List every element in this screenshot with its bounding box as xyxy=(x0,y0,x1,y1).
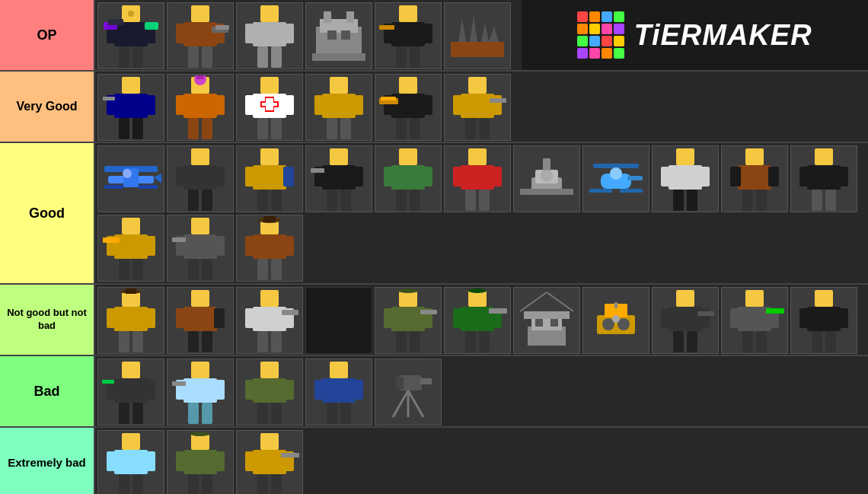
svg-rect-46 xyxy=(145,95,155,115)
list-item xyxy=(236,145,303,212)
svg-rect-209 xyxy=(453,308,464,328)
list-item xyxy=(790,145,857,212)
list-item xyxy=(305,74,372,141)
svg-rect-190 xyxy=(188,331,199,352)
svg-rect-229 xyxy=(669,307,702,331)
svg-rect-162 xyxy=(103,237,120,243)
svg-rect-49 xyxy=(103,97,115,100)
svg-rect-103 xyxy=(253,165,286,190)
list-item xyxy=(721,287,788,354)
svg-rect-196 xyxy=(257,331,268,352)
svg-rect-130 xyxy=(520,189,573,195)
svg-rect-276 xyxy=(420,378,432,384)
tier-row-bad: Bad xyxy=(0,356,868,428)
svg-rect-194 xyxy=(245,308,256,328)
svg-rect-26 xyxy=(324,11,331,23)
svg-rect-217 xyxy=(524,311,570,319)
svg-rect-43 xyxy=(122,77,140,94)
svg-rect-219 xyxy=(550,319,558,327)
list-item xyxy=(97,74,164,141)
list-item xyxy=(375,287,442,354)
svg-point-95 xyxy=(123,169,132,178)
svg-rect-77 xyxy=(422,95,432,115)
svg-rect-97 xyxy=(183,165,217,190)
list-item xyxy=(513,287,580,354)
svg-rect-282 xyxy=(107,451,117,471)
svg-rect-214 xyxy=(489,308,507,314)
tier-row-good: Good xyxy=(0,143,868,285)
list-item xyxy=(167,287,234,354)
svg-rect-198 xyxy=(282,310,298,315)
svg-rect-256 xyxy=(183,378,217,403)
svg-rect-232 xyxy=(673,331,684,352)
tier-content-op xyxy=(95,0,522,70)
svg-rect-99 xyxy=(214,167,225,186)
svg-rect-81 xyxy=(381,97,396,100)
svg-rect-126 xyxy=(479,190,490,211)
svg-rect-235 xyxy=(745,290,764,307)
svg-rect-228 xyxy=(676,290,694,307)
svg-rect-263 xyxy=(253,378,286,403)
svg-rect-1 xyxy=(114,22,148,46)
svg-marker-41 xyxy=(481,23,489,42)
svg-rect-168 xyxy=(202,259,212,280)
list-item xyxy=(305,287,372,354)
svg-rect-273 xyxy=(340,403,351,424)
svg-rect-284 xyxy=(119,474,129,495)
svg-rect-19 xyxy=(253,22,286,46)
svg-rect-183 xyxy=(132,331,143,352)
svg-rect-169 xyxy=(172,237,186,242)
svg-rect-107 xyxy=(271,190,282,211)
svg-rect-48 xyxy=(132,118,143,139)
svg-rect-102 xyxy=(260,148,279,165)
svg-rect-12 xyxy=(176,24,187,43)
svg-rect-7 xyxy=(145,22,158,30)
svg-rect-44 xyxy=(114,94,148,118)
svg-rect-153 xyxy=(838,167,848,186)
svg-rect-106 xyxy=(257,190,268,211)
svg-rect-57 xyxy=(196,75,204,79)
svg-rect-52 xyxy=(176,95,187,115)
svg-rect-269 xyxy=(322,378,356,403)
svg-rect-122 xyxy=(461,165,494,190)
svg-rect-78 xyxy=(396,118,407,139)
list-item xyxy=(167,430,234,494)
svg-rect-245 xyxy=(838,308,848,328)
svg-rect-149 xyxy=(756,190,767,211)
list-item xyxy=(97,215,164,282)
list-item xyxy=(513,145,580,212)
svg-rect-121 xyxy=(468,148,487,165)
svg-point-292 xyxy=(190,432,210,436)
svg-rect-175 xyxy=(271,259,282,280)
list-item xyxy=(444,74,511,141)
svg-rect-34 xyxy=(422,24,432,43)
list-item xyxy=(236,215,303,282)
svg-rect-9 xyxy=(108,19,123,25)
svg-rect-259 xyxy=(188,403,199,424)
svg-rect-266 xyxy=(257,403,268,424)
svg-rect-246 xyxy=(812,331,822,352)
svg-rect-94 xyxy=(139,185,158,189)
svg-point-205 xyxy=(398,288,418,293)
svg-rect-146 xyxy=(730,167,741,186)
list-item xyxy=(375,74,442,141)
svg-rect-104 xyxy=(245,167,256,186)
svg-marker-39 xyxy=(458,19,466,42)
svg-rect-174 xyxy=(257,259,268,280)
svg-rect-30 xyxy=(341,30,350,40)
svg-rect-251 xyxy=(145,380,155,400)
svg-rect-164 xyxy=(183,234,217,259)
svg-rect-108 xyxy=(330,148,348,165)
svg-rect-288 xyxy=(176,451,187,471)
svg-rect-166 xyxy=(214,236,225,256)
svg-rect-23 xyxy=(271,46,282,68)
svg-rect-58 xyxy=(260,77,279,94)
svg-rect-136 xyxy=(589,189,612,193)
svg-rect-243 xyxy=(807,307,841,331)
svg-rect-147 xyxy=(768,167,779,186)
list-item xyxy=(167,359,234,425)
svg-point-135 xyxy=(610,167,622,180)
svg-rect-67 xyxy=(262,103,277,106)
list-item xyxy=(582,287,649,354)
svg-rect-112 xyxy=(327,190,337,211)
